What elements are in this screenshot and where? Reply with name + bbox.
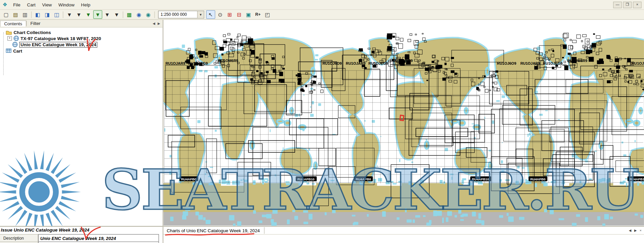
sidebar: Contents Filter ◀ ▶ Chart Collections + …	[0, 20, 163, 226]
cart-icon	[6, 48, 11, 53]
svg-text:RU4APB10: RU4APB10	[629, 177, 644, 181]
svg-text:RU1OJAR9: RU1OJAR9	[165, 61, 185, 65]
menu-items: FileCartViewWindowHelp	[10, 1, 93, 8]
catalogue-table-icon[interactable]: ▦	[125, 10, 134, 19]
svg-text:RU1OJEG9: RU1OJEG9	[368, 61, 388, 65]
antarctica-band	[163, 182, 644, 225]
chevron-down-icon[interactable]: ▾	[197, 11, 204, 18]
minimize-button[interactable]: —	[613, 1, 622, 8]
scale-value[interactable]: 1:250 000 000	[159, 12, 197, 17]
bottom-panels: Issue Unio ENC Catalogue Week 19, 2024 D…	[0, 227, 644, 243]
svg-text:RU4APB0: RU4APB0	[356, 177, 371, 181]
toolbar-separator	[155, 11, 155, 18]
tree-cart-label: Cart	[13, 48, 22, 53]
charts-tab[interactable]: Charts of Unio ENC Catalogue Week 19, 20…	[163, 227, 264, 234]
scale-combo[interactable]: 1:250 000 000 ▾	[158, 11, 204, 19]
tree-item-unio-enc-catalogue[interactable]: Unio ENC Catalogue Week 19, 2024	[0, 41, 163, 48]
svg-text:RU4APB0: RU4APB0	[530, 177, 545, 181]
filter-cancelled-icon[interactable]: ▼	[103, 10, 112, 19]
issue-title: Issue Unio ENC Catalogue Week 19, 2024	[0, 227, 163, 234]
menu-file[interactable]: File	[10, 1, 24, 8]
menu-bar: ❖ FileCartViewWindowHelp —❐×	[0, 0, 644, 10]
description-field-row: Description Unio ENC Catalogue Week 19, …	[0, 234, 163, 242]
magnifier-tool-icon[interactable]: ⊙	[216, 10, 225, 19]
filter-new-icon[interactable]: ▼	[84, 10, 93, 19]
expand-icon[interactable]: +	[7, 36, 12, 40]
zoom-in-icon[interactable]: ⊞	[225, 10, 234, 19]
svg-text:RU1OM6R9: RU1OM6R9	[218, 59, 238, 63]
issue-panel: Issue Unio ENC Catalogue Week 19, 2024 D…	[0, 227, 163, 243]
svg-text:RU1OJAR9: RU1OJAR9	[346, 61, 366, 65]
select-region-icon[interactable]: ◰	[263, 10, 272, 19]
close-button[interactable]: ×	[633, 1, 642, 8]
collections-tree: Chart Collections + TX-97 Catalogue Week…	[0, 28, 163, 226]
main-area: Contents Filter ◀ ▶ Chart Collections + …	[0, 20, 644, 226]
charts-list-area[interactable]	[163, 235, 644, 243]
sidebar-prev-button[interactable]: ◀	[152, 21, 156, 26]
filter-updates-icon[interactable]: ▼	[74, 10, 83, 19]
globe-names-icon[interactable]: ◉	[144, 10, 153, 19]
toolbar-separator	[63, 11, 63, 18]
folder-icon	[6, 30, 12, 35]
globe-icon	[14, 36, 19, 41]
frame-split-icon[interactable]: ◫	[52, 10, 61, 19]
globe-icon	[12, 42, 18, 47]
tab-contents[interactable]: Contents	[0, 20, 26, 26]
toolbar-separator	[123, 11, 123, 18]
description-label: Description	[0, 234, 38, 242]
charts-panel: Charts of Unio ENC Catalogue Week 19, 20…	[163, 227, 644, 243]
fit-screen-icon[interactable]: ▣	[244, 10, 253, 19]
frame-left-icon[interactable]: ◧	[33, 10, 43, 19]
menu-help[interactable]: Help	[78, 1, 93, 8]
svg-text:RU1OM6R9: RU1OM6R9	[567, 59, 587, 63]
svg-text:RU1OJEG9: RU1OJEG9	[188, 61, 208, 65]
menu-cart[interactable]: Cart	[24, 1, 39, 8]
frame-right-icon[interactable]: ◨	[43, 10, 52, 19]
tree-item-label-selected: Unio ENC Catalogue Week 19, 2024	[19, 42, 98, 48]
svg-text:RU4APB10: RU4APB10	[297, 177, 315, 181]
description-value[interactable]: Unio ENC Catalogue Week 19, 2024	[38, 234, 159, 242]
sidebar-header: Contents Filter ◀ ▶	[0, 20, 163, 27]
charts-close-button[interactable]: ×	[639, 228, 643, 233]
svg-text:RU1OJAR9: RU1OJAR9	[520, 61, 540, 65]
charts-prev-button[interactable]: ◀	[628, 228, 632, 233]
svg-text:RU1OJ6O9: RU1OJ6O9	[497, 61, 516, 65]
svg-text:RU1OJ6O9: RU1OJ6O9	[322, 61, 342, 65]
svg-text:RU4APB10: RU4APB10	[472, 177, 489, 181]
open-catalogue-icon[interactable]: ▤	[11, 10, 20, 19]
sidebar-next-button[interactable]: ▶	[157, 21, 161, 26]
application-window: ❖ FileCartViewWindowHelp —❐× ▢▤▥◧◨◫▼▼▼▼▼…	[0, 0, 644, 243]
tree-root-label: Chart Collections	[14, 30, 51, 35]
new-document-icon[interactable]: ▢	[2, 10, 11, 19]
zoom-out-icon[interactable]: ⊟	[235, 10, 244, 19]
toolbar: ▢▤▥◧◨◫▼▼▼▼▼▼▦◉◉ 1:250 000 000 ▾ ↖⊙⊞⊟▣R+◰	[0, 10, 644, 20]
pointer-tool-icon[interactable]: ↖	[206, 10, 215, 19]
filter-all-icon[interactable]: ▼	[65, 10, 74, 19]
svg-text:RU1OJ6O9: RU1OJ6O9	[632, 61, 644, 65]
tree-connector-line	[3, 32, 4, 75]
charts-tab-bar: Charts of Unio ENC Catalogue Week 19, 20…	[163, 227, 644, 235]
svg-text:RU1OM6R9: RU1OM6R9	[393, 59, 413, 63]
tree-item-cart[interactable]: Cart	[0, 48, 163, 54]
tree-root-chart-collections[interactable]: Chart Collections	[0, 29, 163, 35]
chart-map[interactable]: RU1OJAR9RU1OJEG9RU1OM6R9RU1OJ6O9RU1OJAR9…	[163, 20, 644, 226]
app-icon: ❖	[2, 1, 8, 8]
world-chart-coverage-map: RU1OJAR9RU1OJEG9RU1OM6R9RU1OJ6O9RU1OJAR9…	[163, 20, 644, 226]
menu-window[interactable]: Window	[55, 1, 78, 8]
tree-item-label: TX-97 Catalogue Week 18 WF87, 2020	[21, 36, 101, 41]
tree-item-tx97-catalogue[interactable]: + TX-97 Catalogue Week 18 WF87, 2020	[0, 35, 163, 41]
maximize-button[interactable]: ❐	[623, 1, 632, 8]
svg-text:RU1OJEG9: RU1OJEG9	[543, 61, 563, 65]
charts-tab-nav: ◀▶×	[628, 228, 644, 233]
filter-misc-icon[interactable]: ▼	[112, 10, 121, 19]
svg-text:RU4APB0: RU4APB0	[181, 177, 196, 181]
tab-filter[interactable]: Filter	[27, 21, 44, 26]
menu-view[interactable]: View	[39, 1, 55, 8]
redraw-button[interactable]: R+	[253, 10, 263, 19]
toolbar-separator	[31, 11, 31, 18]
charts-next-button[interactable]: ▶	[634, 228, 638, 233]
coverage-toggle-icon[interactable]: ▼	[93, 10, 102, 19]
print-icon[interactable]: ▥	[21, 10, 30, 19]
globe-labels-icon[interactable]: ◉	[134, 10, 143, 19]
window-controls: —❐×	[613, 1, 642, 8]
